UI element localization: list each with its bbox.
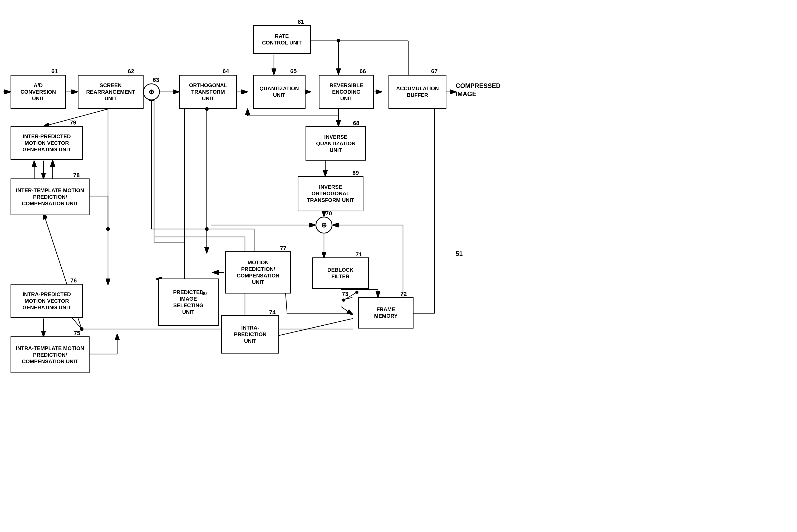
svg-point-70 <box>80 327 84 331</box>
ref-62: 62 <box>128 68 134 75</box>
block-deblock-filter: DEBLOCKFILTER <box>312 258 369 289</box>
block-ad-conversion: A/DCONVERSIONUNIT <box>11 75 66 109</box>
block-reversible-encoding: REVERSIBLEENCODINGUNIT <box>319 75 374 109</box>
ref-69: 69 <box>352 170 359 176</box>
block-accumulation-buffer: ACCUMULATIONBUFFER <box>389 75 446 109</box>
svg-point-69 <box>205 227 209 231</box>
ref-71: 71 <box>356 251 362 258</box>
ref-65: 65 <box>290 68 297 75</box>
ref-75: 75 <box>74 330 80 337</box>
block-inter-template: INTER-TEMPLATE MOTIONPREDICTION/COMPENSA… <box>11 178 90 215</box>
circle-63: ⊕ <box>143 83 160 100</box>
svg-point-71 <box>337 39 340 43</box>
ref-77: 77 <box>280 245 286 252</box>
ref-76: 76 <box>70 277 77 284</box>
block-predicted-image-selecting: PREDICTEDIMAGESELECTINGUNIT <box>158 279 219 326</box>
block-intra-predicted-mv: INTRA-PREDICTEDMOTION VECTORGENERATING U… <box>11 284 83 318</box>
compressed-image-label: COMPRESSEDIMAGE <box>456 82 501 98</box>
diagram: A/DCONVERSIONUNIT 61 SCREENREARRANGEMENT… <box>0 0 797 532</box>
ref-79: 79 <box>70 119 76 126</box>
svg-line-24 <box>273 319 353 337</box>
ref-78: 78 <box>73 172 79 179</box>
block-intra-prediction: INTRA-PREDICTIONUNIT <box>221 315 279 354</box>
ref-66: 66 <box>359 68 366 75</box>
ref-51: 51 <box>456 250 463 258</box>
block-rate-control: RATECONTROL UNIT <box>253 25 311 54</box>
ref-63: 63 <box>153 77 159 83</box>
block-intra-template: INTRA-TEMPLATE MOTIONPREDICTION/COMPENSA… <box>11 337 90 373</box>
ref-68: 68 <box>353 120 359 127</box>
ref-80: 80 <box>202 291 207 297</box>
ref-61: 61 <box>51 68 58 75</box>
block-screen-rearrangement: SCREENREARRANGEMENTUNIT <box>78 75 144 109</box>
circle-70: ⊕ <box>316 217 332 233</box>
block-inverse-quantization: INVERSEQUANTIZATIONUNIT <box>305 126 366 160</box>
ref-64: 64 <box>223 68 229 75</box>
block-quantization: QUANTIZATIONUNIT <box>253 75 305 109</box>
ref-67: 67 <box>431 68 438 75</box>
block-inverse-orthogonal: INVERSEORTHOGONALTRANSFORM UNIT <box>298 176 364 211</box>
svg-point-68 <box>106 227 110 231</box>
block-orthogonal-transform: ORTHOGONALTRANSFORMUNIT <box>179 75 237 109</box>
block-motion-prediction: MOTIONPREDICTION/COMPENSATIONUNIT <box>225 251 291 293</box>
ref-81: 81 <box>298 18 304 25</box>
ref-70: 70 <box>326 210 332 217</box>
switch-73 <box>340 287 361 308</box>
block-frame-memory: FRAMEMEMORY <box>358 297 413 328</box>
block-inter-predicted-mv: INTER-PREDICTEDMOTION VECTORGENERATING U… <box>11 126 83 160</box>
svg-line-66 <box>344 292 357 300</box>
ref-72: 72 <box>400 291 407 298</box>
ref-74: 74 <box>269 309 276 316</box>
